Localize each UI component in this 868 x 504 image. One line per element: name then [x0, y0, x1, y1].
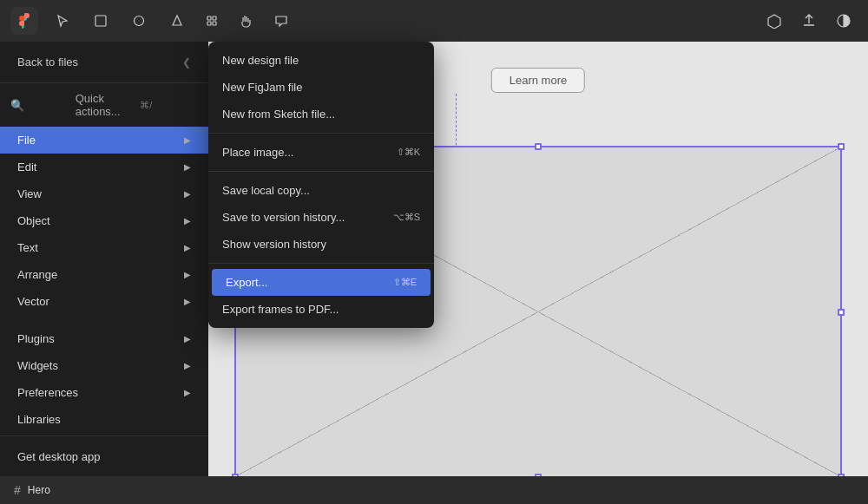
- search-shortcut: ⌘/: [140, 100, 198, 111]
- save-local-label: Save local copy...: [222, 184, 310, 197]
- svg-rect-3: [213, 16, 216, 20]
- libraries-label: Libraries: [17, 413, 61, 426]
- edit-arrow: ▶: [184, 162, 191, 172]
- corner-handle-tr[interactable]: [838, 143, 845, 150]
- sidebar-item-vector[interactable]: Vector ▶: [0, 288, 208, 315]
- text-arrow: ▶: [184, 243, 191, 252]
- submenu-sep-1: [208, 133, 434, 134]
- sidebar-item-view[interactable]: View ▶: [0, 180, 208, 207]
- desktop-label: Get desktop app: [17, 450, 100, 463]
- edit-label: Edit: [17, 160, 36, 173]
- export-label: Export...: [226, 276, 267, 289]
- new-sketch-file[interactable]: New from Sketch file...: [208, 101, 434, 128]
- text-label: Text: [17, 241, 38, 254]
- sidebar-item-libraries[interactable]: Libraries: [0, 406, 208, 433]
- file-submenu: New design file New FigJam file New from…: [208, 42, 434, 328]
- figma-logo[interactable]: [10, 7, 38, 35]
- search-icon: 🔍: [10, 99, 69, 112]
- export-pdf-label: Export frames to PDF...: [222, 303, 339, 316]
- object-arrow: ▶: [184, 216, 191, 226]
- pen-tool[interactable]: [163, 7, 191, 35]
- new-design-label: New design file: [222, 54, 299, 67]
- preferences-arrow: ▶: [184, 388, 191, 397]
- sidebar-item-object[interactable]: Object ▶: [0, 207, 208, 234]
- svg-rect-4: [207, 22, 211, 25]
- svg-rect-0: [95, 16, 106, 26]
- widgets-label: Widgets: [17, 359, 58, 372]
- vector-label: Vector: [17, 295, 49, 308]
- file-arrow: ▶: [184, 135, 191, 145]
- comment-tool[interactable]: [267, 7, 295, 35]
- frame-tools: [87, 7, 115, 35]
- frame-name: Hero: [28, 484, 50, 496]
- show-version-label: Show version history: [222, 238, 326, 251]
- component-tool[interactable]: [198, 7, 226, 35]
- save-version-shortcut: ⌥⌘S: [393, 212, 420, 223]
- sidebar-item-preferences[interactable]: Preferences ▶: [0, 379, 208, 406]
- sidebar-item-plugins[interactable]: Plugins ▶: [0, 325, 208, 352]
- menu-separator-1: [0, 315, 208, 325]
- sidebar-item-text[interactable]: Text ▶: [0, 234, 208, 261]
- view-arrow: ▶: [184, 189, 191, 199]
- new-figjam-label: New FigJam file: [222, 81, 302, 94]
- place-image-label: Place image...: [222, 146, 293, 159]
- toolbar: [0, 0, 868, 42]
- svg-rect-2: [207, 16, 211, 20]
- bottom-bar: # Hero: [0, 476, 868, 504]
- file-label: File: [17, 134, 36, 147]
- place-image[interactable]: Place image... ⇧⌘K: [208, 139, 434, 166]
- save-version-history[interactable]: Save to version history... ⌥⌘S: [208, 204, 434, 231]
- preferences-label: Preferences: [17, 386, 78, 399]
- frame-tool[interactable]: [87, 7, 115, 35]
- contrast-icon[interactable]: [830, 7, 858, 35]
- sidebar-item-edit[interactable]: Edit ▶: [0, 154, 208, 180]
- select-tools: [49, 7, 76, 35]
- get-desktop-app[interactable]: Get desktop app: [0, 443, 208, 470]
- sidebar-item-widgets[interactable]: Widgets ▶: [0, 352, 208, 379]
- back-to-files[interactable]: Back to files ❮: [0, 42, 208, 83]
- toolbar-right: [760, 7, 858, 35]
- plugins-label: Plugins: [17, 332, 55, 345]
- submenu-sep-3: [208, 263, 434, 264]
- share-icon[interactable]: [795, 7, 823, 35]
- sidebar-item-arrange[interactable]: Arrange ▶: [0, 261, 208, 288]
- arrange-arrow: ▶: [184, 270, 191, 279]
- sidebar: Back to files ❮ 🔍 Quick actions... ⌘/ Fi…: [0, 42, 208, 504]
- back-label: Back to files: [17, 56, 78, 69]
- place-image-shortcut: ⇧⌘K: [397, 147, 420, 158]
- menu-items: File ▶ Edit ▶ View ▶ Object ▶ Text ▶ Arr…: [0, 127, 208, 435]
- new-sketch-label: New from Sketch file...: [222, 108, 335, 121]
- quick-actions[interactable]: 🔍 Quick actions... ⌘/: [0, 83, 208, 127]
- shape-tools: [125, 7, 153, 35]
- plugins-arrow: ▶: [184, 334, 191, 344]
- hand-tool[interactable]: [233, 7, 260, 35]
- corner-handle-tm[interactable]: [535, 143, 542, 150]
- object-label: Object: [17, 214, 50, 227]
- sidebar-item-file[interactable]: File ▶: [0, 127, 208, 154]
- export-shortcut: ⇧⌘E: [393, 277, 417, 288]
- plugins-icon[interactable]: [760, 7, 788, 35]
- svg-rect-5: [213, 22, 216, 25]
- save-version-label: Save to version history...: [222, 211, 345, 224]
- new-figjam-file[interactable]: New FigJam file: [208, 74, 434, 101]
- svg-point-1: [135, 16, 144, 26]
- arrange-label: Arrange: [17, 268, 57, 281]
- corner-handle-mr[interactable]: [838, 309, 845, 316]
- export[interactable]: Export... ⇧⌘E: [212, 269, 431, 296]
- show-version-history[interactable]: Show version history: [208, 231, 434, 258]
- view-label: View: [17, 187, 42, 200]
- vector-arrow: ▶: [184, 297, 191, 306]
- hash-icon: #: [14, 483, 21, 497]
- learn-more-button[interactable]: Learn more: [491, 68, 585, 93]
- submenu-sep-2: [208, 171, 434, 172]
- search-label: Quick actions...: [76, 92, 134, 118]
- shape-tool[interactable]: [125, 7, 153, 35]
- widgets-arrow: ▶: [184, 361, 191, 370]
- save-local-copy[interactable]: Save local copy...: [208, 177, 434, 204]
- move-tool[interactable]: [49, 7, 76, 35]
- new-design-file[interactable]: New design file: [208, 47, 434, 74]
- back-chevron: ❮: [182, 56, 191, 69]
- export-frames-pdf[interactable]: Export frames to PDF...: [208, 296, 434, 323]
